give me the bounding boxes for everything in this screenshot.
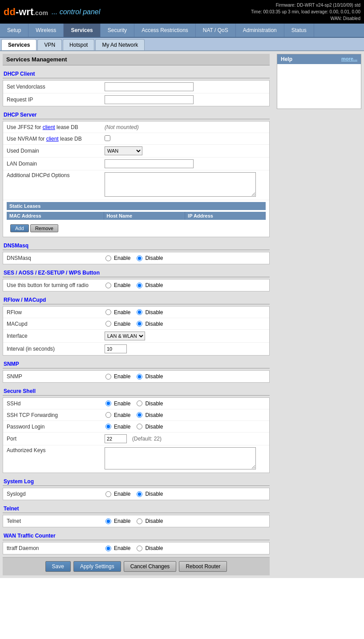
rflow-enable-radio[interactable]	[105, 309, 111, 315]
telnet-disable-radio[interactable]	[137, 518, 142, 524]
additional-dhcpd-textarea[interactable]	[105, 172, 256, 197]
pwd-login-disable-radio[interactable]	[137, 424, 142, 429]
auth-keys-textarea[interactable]	[105, 447, 256, 469]
tab-status[interactable]: Status	[284, 24, 314, 37]
subtab-services[interactable]: Services	[1, 39, 36, 50]
reboot-button[interactable]: Reboot Router	[179, 561, 227, 572]
ttraff-label: ttraff Daemon	[7, 545, 105, 551]
dnsmasq-enable-radio[interactable]	[105, 255, 111, 261]
subtab-my-ad-network[interactable]: My Ad Network	[95, 39, 145, 50]
used-domain-select[interactable]: WAN LAN WAN & LAN	[105, 146, 142, 155]
additional-dhcpd-label: Additional DHCPd Options	[7, 172, 105, 178]
static-leases-header: Static Leases	[7, 202, 266, 210]
sshd-disable-radio[interactable]	[137, 400, 142, 406]
add-lease-button[interactable]: Add	[10, 224, 29, 232]
interval-value	[105, 344, 266, 353]
subtab-vpn[interactable]: VPN	[37, 39, 62, 50]
wan-traffic-panel: ttraff Daemon Enable Disable	[3, 542, 270, 554]
static-leases-area: Static Leases MAC Address Host Name IP A…	[7, 202, 266, 235]
sshd-enable-radio[interactable]	[105, 400, 111, 406]
rflow-title: RFlow / MACupd	[3, 296, 270, 304]
tab-access-restrictions[interactable]: Access Restrictions	[134, 24, 196, 37]
request-ip-input[interactable]	[105, 95, 194, 104]
macupd-disable-radio[interactable]	[137, 321, 142, 327]
ses-enable-radio[interactable]	[105, 283, 111, 288]
rflow-disable-radio[interactable]	[137, 309, 142, 315]
save-button[interactable]: Save	[45, 561, 71, 572]
tab-wireless[interactable]: Wireless	[28, 24, 64, 37]
lan-domain-value	[105, 159, 266, 168]
set-vendorclass-input[interactable]	[105, 82, 194, 91]
nvram-checkbox[interactable]	[105, 135, 110, 141]
leases-buttons: Add Remove	[7, 222, 266, 235]
dnsmasq-title: DNSMasq	[3, 242, 270, 250]
client-link-2[interactable]: client	[46, 136, 59, 142]
sshd-label: SSHd	[7, 400, 105, 407]
syslogd-enable-radio[interactable]	[105, 491, 111, 497]
request-ip-row: Request IP	[3, 93, 269, 106]
interface-select[interactable]: LAN & WLAN LAN WLAN	[105, 332, 145, 340]
set-vendorclass-row: Set Vendorclass	[3, 81, 269, 93]
dhcp-server-panel: Use JFFS2 for client lease DB (Not mount…	[3, 121, 270, 237]
tab-services[interactable]: Services	[64, 24, 100, 37]
interval-input[interactable]	[105, 344, 127, 353]
cancel-button[interactable]: Cancel Changes	[124, 561, 177, 572]
ses-label: Use this button for turning off radio	[7, 282, 105, 288]
telnet-title: Telnet	[3, 505, 270, 513]
tcp-fwd-radio-group: Enable Disable	[105, 412, 266, 418]
ttraff-enable-label: Enable	[114, 545, 130, 551]
snmp-row: SNMP Enable Disable	[3, 371, 269, 382]
used-domain-row: Used Domain WAN LAN WAN & LAN	[3, 145, 269, 158]
rflow-label: RFlow	[7, 309, 105, 315]
snmp-enable-radio[interactable]	[105, 374, 111, 380]
bottom-bar: Save Apply Settings Cancel Changes Reboo…	[3, 557, 270, 575]
sshd-disable-label: Disable	[145, 400, 163, 407]
snmp-title: SNMP	[3, 360, 270, 368]
tab-security[interactable]: Security	[101, 24, 134, 37]
syslogd-disable-radio[interactable]	[137, 491, 142, 497]
pwd-login-enable-radio[interactable]	[105, 424, 111, 429]
remove-lease-button[interactable]: Remove	[30, 224, 58, 232]
pwd-login-radio-group: Enable Disable	[105, 424, 266, 430]
telnet-label: Telnet	[7, 518, 105, 524]
tcp-fwd-disable-radio[interactable]	[137, 412, 142, 418]
ttraff-disable-label: Disable	[145, 545, 163, 551]
tab-nat-qos[interactable]: NAT / QoS	[196, 24, 236, 37]
syslogd-label: Syslogd	[7, 491, 105, 497]
ttraff-disable-radio[interactable]	[137, 546, 142, 551]
col-ip: IP Address	[185, 212, 266, 220]
telnet-enable-radio[interactable]	[105, 518, 111, 524]
tcp-fwd-label: SSH TCP Forwarding	[7, 412, 105, 418]
subtab-hotspot[interactable]: Hotspot	[63, 39, 94, 50]
client-link-1[interactable]: client	[43, 124, 55, 130]
port-label: Port	[7, 436, 105, 442]
port-input[interactable]	[105, 434, 127, 443]
lan-domain-input[interactable]	[105, 159, 194, 168]
page-title: Services Management	[3, 54, 270, 65]
nvram-label: Use NVRAM for client lease DB	[7, 136, 105, 142]
ses-disable-radio[interactable]	[137, 283, 142, 288]
snmp-disable-radio[interactable]	[137, 374, 142, 380]
nvram-row: Use NVRAM for client lease DB	[3, 133, 269, 145]
sshd-enable-label: Enable	[114, 400, 130, 407]
macupd-enable-radio[interactable]	[105, 321, 111, 327]
ses-title: SES / AOSS / EZ-SETUP / WPS Button	[3, 269, 270, 277]
logo-area: dd-wrt.com ... control panel	[4, 6, 100, 18]
dnsmasq-label: DNSMasq	[7, 255, 105, 261]
tab-administration[interactable]: Administration	[236, 24, 284, 37]
ttraff-enable-radio[interactable]	[105, 546, 111, 551]
interface-value: LAN & WLAN LAN WLAN	[105, 332, 266, 340]
syslogd-radio-group: Enable Disable	[105, 491, 266, 497]
syslogd-enable-label: Enable	[114, 491, 130, 497]
dnsmasq-disable-radio[interactable]	[137, 255, 142, 261]
interval-row: Interval (in seconds)	[3, 343, 269, 355]
apply-button[interactable]: Apply Settings	[73, 561, 121, 572]
help-more-link[interactable]: more...	[341, 56, 357, 62]
additional-dhcpd-row: Additional DHCPd Options	[3, 170, 269, 200]
tcp-fwd-enable-radio[interactable]	[105, 412, 111, 418]
snmp-radio-group: Enable Disable	[105, 373, 266, 380]
leases-header-row: MAC Address Host Name IP Address	[7, 212, 266, 220]
lan-domain-row: LAN Domain	[3, 158, 269, 170]
macupd-radio-group: Enable Disable	[105, 321, 266, 327]
tab-setup[interactable]: Setup	[0, 24, 28, 37]
